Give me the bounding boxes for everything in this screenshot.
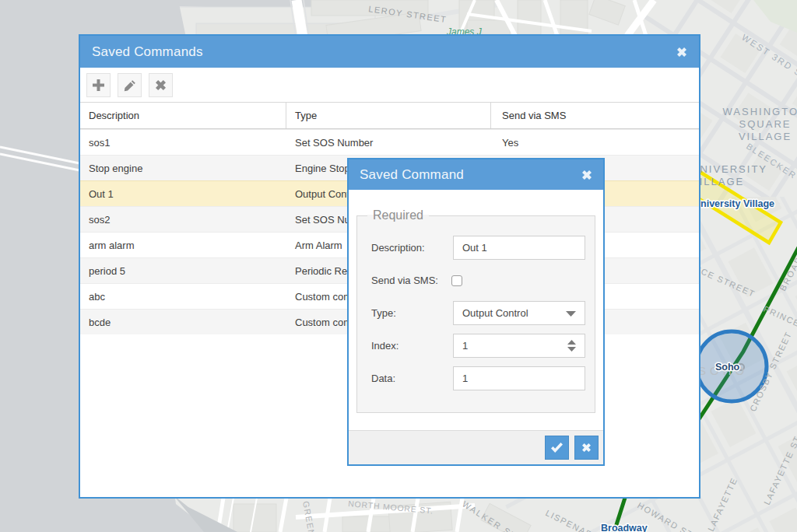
svg-text:Broadway: Broadway <box>601 523 648 532</box>
svg-text:VILLAGE: VILLAGE <box>739 131 792 142</box>
svg-text:SQUARE: SQUARE <box>739 118 792 130</box>
svg-text:University Village: University Village <box>693 198 774 209</box>
svg-text:WASHINGTON: WASHINGTON <box>723 106 797 117</box>
svg-text:Soho: Soho <box>715 362 740 373</box>
svg-text:UNIVERSITY: UNIVERSITY <box>691 163 767 175</box>
